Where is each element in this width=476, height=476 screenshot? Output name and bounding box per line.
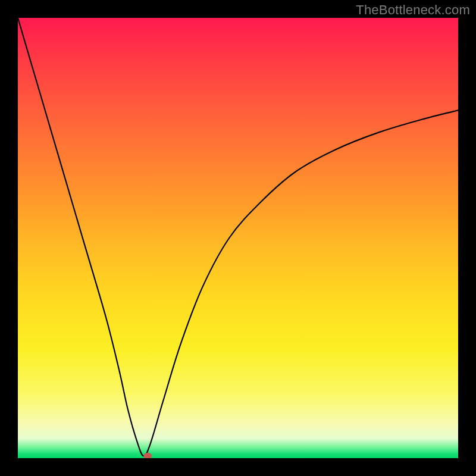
plot-area <box>18 18 458 458</box>
attribution-text: TheBottleneck.com <box>356 2 470 18</box>
optimal-point-marker <box>143 453 152 458</box>
chart-frame: TheBottleneck.com <box>0 0 476 476</box>
bottleneck-curve-path <box>18 18 458 456</box>
bottleneck-curve-svg <box>18 18 458 458</box>
